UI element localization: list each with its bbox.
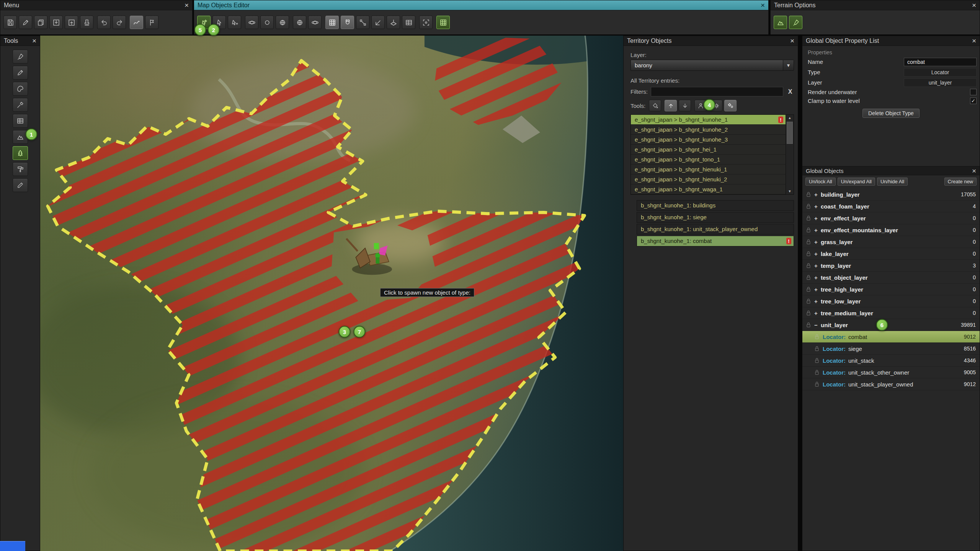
global-layer-row[interactable]: +env_effect_layer0	[802, 212, 980, 224]
expander-icon[interactable]: +	[814, 227, 821, 233]
global-layer-row[interactable]: +coast_foam_layer4	[802, 201, 980, 212]
gears-tool-button[interactable]	[724, 100, 737, 111]
close-icon[interactable]: ×	[790, 37, 794, 44]
object-tool-button[interactable]	[13, 146, 28, 160]
globe-a-tool-button[interactable]	[293, 16, 306, 29]
scroll-down-icon[interactable]: ▼	[786, 188, 794, 194]
pencil-tool-button[interactable]	[13, 66, 28, 80]
terrain-options-header[interactable]: Terrain Options ×	[771, 0, 980, 10]
territory-entry[interactable]: e_shgnt_japan > b_shgnt_kunohe_1!	[631, 115, 786, 125]
expander-icon[interactable]: +	[814, 215, 821, 222]
scrollbar-thumb[interactable]	[787, 122, 793, 144]
close-icon[interactable]: ×	[972, 37, 976, 44]
terrain-height-tool-button[interactable]	[774, 16, 787, 29]
expander-icon[interactable]: +	[814, 203, 821, 210]
territory-paint-tool-button[interactable]	[649, 100, 661, 111]
grid-tool-button[interactable]	[13, 114, 28, 128]
bottom-left-panel[interactable]	[0, 541, 25, 551]
curve-tool-button[interactable]	[130, 16, 143, 29]
territory-sub-entry[interactable]: b_shgnt_kunohe_1: buildings	[637, 200, 794, 211]
brush-tool-button[interactable]	[13, 50, 28, 64]
expander-icon[interactable]: −	[814, 322, 821, 328]
close-icon[interactable]: ×	[972, 167, 976, 174]
territory-entry[interactable]: e_shgnt_japan > b_shgnt_hienuki_1	[631, 165, 786, 174]
snap-vertex-toggle-button[interactable]	[356, 16, 369, 29]
chevron-down-icon[interactable]: ▼	[783, 60, 794, 70]
expander-icon[interactable]: +	[814, 298, 821, 305]
blob-tool-button[interactable]	[13, 82, 28, 96]
save-button[interactable]	[3, 16, 17, 29]
type-field[interactable]: Locator	[904, 68, 977, 77]
heightmap-grid-toggle-button[interactable]	[436, 16, 450, 29]
expander-icon[interactable]: +	[814, 310, 821, 316]
territory-scrollbar[interactable]: ▲ ▼	[786, 115, 794, 194]
un-lock-all-button[interactable]: Un/lock All	[805, 178, 836, 186]
globe-b-tool-button[interactable]	[308, 16, 322, 29]
import-button[interactable]	[49, 16, 63, 29]
close-icon[interactable]: ×	[761, 2, 765, 9]
snap-angle-toggle-button[interactable]	[371, 16, 385, 29]
filters-input[interactable]	[651, 87, 783, 96]
export-button[interactable]	[65, 16, 78, 29]
un-hide-all-button[interactable]: Un/hide All	[877, 178, 908, 186]
global-objects-header[interactable]: Global Objects ×	[802, 166, 980, 175]
rotate-tool-button[interactable]	[245, 16, 258, 29]
global-layer-row[interactable]: +tree_high_layer0	[802, 284, 980, 295]
delete-object-type-button[interactable]: Delete Object Type	[862, 109, 920, 118]
duplicate-button[interactable]	[34, 16, 47, 29]
global-object-row[interactable]: Locator:unit_stack4346	[802, 355, 980, 367]
global-object-row[interactable]: Locator:unit_stack_other_owner9005	[802, 367, 980, 378]
global-layer-row[interactable]: −unit_layer39891	[802, 319, 980, 331]
territory-entry[interactable]: e_shgnt_japan > b_shgnt_hienuki_2	[631, 174, 786, 184]
menu-window-header[interactable]: Menu ×	[0, 0, 192, 10]
global-layer-row[interactable]: +grass_layer0	[802, 236, 980, 248]
global-layer-row[interactable]: +tree_low_layer0	[802, 295, 980, 307]
expander-icon[interactable]: +	[814, 286, 821, 293]
clamp-to-water-level-checkbox[interactable]: ✓	[970, 98, 977, 104]
radius-brush-tool-button[interactable]	[260, 16, 274, 29]
global-object-row[interactable]: Locator:combat9012	[802, 331, 980, 343]
picker-tool-button[interactable]	[13, 98, 28, 112]
global-object-row[interactable]: Locator:siege8516	[802, 343, 980, 355]
global-layer-row[interactable]: +building_layer17055	[802, 189, 980, 201]
roller-tool-button[interactable]	[13, 162, 28, 176]
territory-entry[interactable]: e_shgnt_japan > b_shgnt_waga_1	[631, 184, 786, 194]
scroll-up-icon[interactable]: ▲	[786, 115, 794, 121]
map-objects-editor-header[interactable]: Map Objects Editor ×	[194, 0, 768, 10]
knife-tool-button[interactable]	[13, 178, 28, 192]
layer-dropdown[interactable]: barony ▼	[630, 60, 794, 71]
territory-entry[interactable]: e_shgnt_japan > b_shgnt_hei_1	[631, 145, 786, 155]
close-icon[interactable]: ×	[32, 37, 36, 44]
name-field[interactable]: combat	[904, 58, 977, 66]
territory-sub-entry[interactable]: b_shgnt_kunohe_1: siege	[637, 212, 794, 223]
create-new-button[interactable]: Create new	[944, 178, 977, 186]
lower-entry-tool-button[interactable]	[679, 100, 691, 111]
clear-filter-button[interactable]: X	[786, 88, 794, 95]
snap-object-toggle-button[interactable]	[341, 16, 354, 29]
redo-button[interactable]	[113, 16, 126, 29]
tools-panel-header[interactable]: Tools ×	[0, 36, 40, 46]
edit-button[interactable]	[19, 16, 32, 29]
bounds-toggle-button[interactable]	[402, 16, 415, 29]
layer-field[interactable]: unit_layer	[904, 78, 977, 87]
snap-surface-toggle-button[interactable]	[387, 16, 400, 29]
territory-sub-entry[interactable]: b_shgnt_kunohe_1: unit_stack_player_owne…	[637, 224, 794, 235]
territory-entry[interactable]: e_shgnt_japan > b_shgnt_kunohe_3	[631, 135, 786, 145]
stamp-button[interactable]	[80, 16, 93, 29]
global-layer-row[interactable]: +test_object_layer0	[802, 272, 980, 284]
global-object-row[interactable]: Locator:unit_stack_player_owned9012	[802, 378, 980, 390]
undo-button[interactable]	[97, 16, 111, 29]
expander-icon[interactable]: +	[814, 251, 821, 257]
global-layer-row[interactable]: +temp_layer3	[802, 260, 980, 272]
expander-icon[interactable]: +	[814, 239, 821, 245]
flag-tool-button[interactable]	[145, 16, 158, 29]
territory-entry[interactable]: e_shgnt_japan > b_shgnt_tono_1	[631, 155, 786, 165]
territory-entry[interactable]: e_shgnt_japan > b_shgnt_kunohe_2	[631, 125, 786, 135]
territory-sub-entry[interactable]: b_shgnt_kunohe_1: combat!	[637, 236, 794, 246]
global-layer-row[interactable]: +lake_layer0	[802, 248, 980, 260]
expander-icon[interactable]: +	[814, 191, 821, 198]
box-select-tool-button[interactable]	[228, 16, 241, 29]
un-expand-all-button[interactable]: Un/expand All	[838, 178, 875, 186]
terrain-texture-tool-button[interactable]	[789, 16, 802, 29]
territory-objects-header[interactable]: Territory Objects ×	[624, 36, 798, 46]
